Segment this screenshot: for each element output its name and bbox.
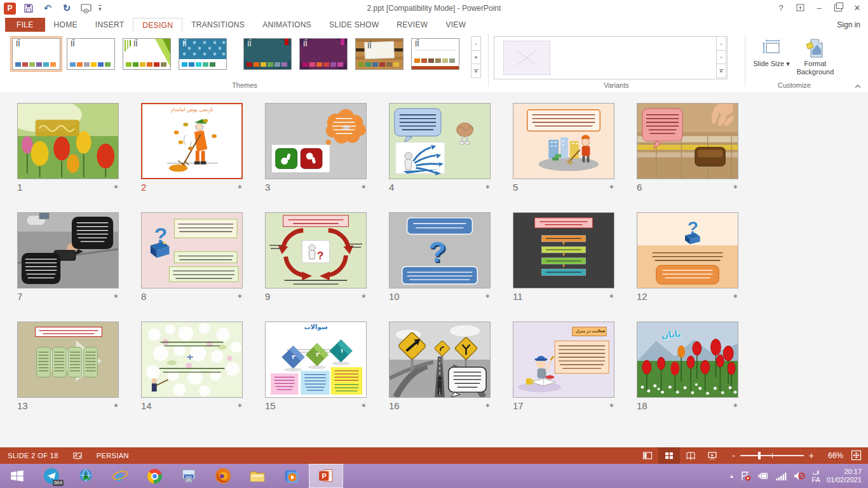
tab-file[interactable]: FILE	[5, 18, 45, 32]
slide-thumbnail-2-selected[interactable]: نارنجی پوش امانتدار	[141, 103, 243, 179]
tab-home[interactable]: HOME	[45, 18, 86, 32]
network-signal-icon[interactable]	[775, 471, 787, 481]
taskbar-firefox-button[interactable]	[206, 464, 240, 488]
slide-thumbnail-10[interactable]: ? ?	[389, 212, 491, 288]
slide-thumbnail-6[interactable]	[637, 103, 738, 179]
slide-thumbnail-17[interactable]: فعالیت در منزل	[513, 322, 614, 398]
power-plug-icon[interactable]	[757, 471, 769, 481]
close-button[interactable]: ✕	[849, 1, 865, 14]
reading-view-button[interactable]	[680, 447, 702, 464]
slide-thumbnail-8[interactable]: ?	[141, 212, 243, 288]
clock[interactable]: 20:17 01/02/2021	[827, 468, 862, 484]
slide-thumbnail-4[interactable]	[389, 103, 491, 179]
slide-thumbnail-3[interactable]	[265, 103, 367, 179]
theme-aa-sample: آا	[247, 39, 252, 48]
slide-thumbnail-16[interactable]	[389, 322, 491, 398]
taskbar-chrome-button[interactable]	[137, 464, 172, 488]
tray-expand-button[interactable]: ▲	[729, 473, 735, 479]
zoom-out-button[interactable]: -	[732, 451, 735, 461]
variants-group-label: Variants	[559, 81, 674, 89]
tab-design[interactable]: DESIGN	[133, 18, 182, 32]
tab-animations[interactable]: ANIMATIONS	[254, 18, 320, 32]
taskbar-powerpoint-button[interactable]: P	[309, 464, 343, 488]
svg-text:?: ?	[428, 236, 446, 268]
slide-thumbnail-14[interactable]	[141, 322, 243, 398]
slide-sorter-view-button[interactable]	[658, 447, 680, 464]
slide-size-button[interactable]: Slide Size ▾	[752, 37, 791, 68]
slide-thumbnail-1[interactable]	[17, 103, 119, 179]
slide-indicator[interactable]: SLIDE 2 OF 18	[8, 452, 58, 459]
theme-integral[interactable]: آا	[177, 36, 229, 72]
variants-scroll-up-button[interactable]: ▲	[716, 36, 726, 51]
slide-thumbnail-13[interactable]	[17, 322, 119, 398]
sign-in-link[interactable]: Sign in	[837, 20, 860, 29]
slide-thumbnail-15[interactable]: سوالات ۱ ۲ ۳	[265, 322, 367, 398]
theme-organic[interactable]: آا	[353, 36, 405, 72]
theme-office[interactable]: آا	[65, 36, 117, 72]
slide-4-art-choices	[390, 104, 490, 179]
slide-number: 16	[389, 400, 400, 411]
themes-gallery: آا آا آا	[9, 36, 470, 78]
slide-thumbnail-7[interactable]	[17, 212, 119, 288]
theme-bottom-bar	[412, 66, 459, 69]
fit-slide-to-window-button[interactable]	[851, 450, 862, 462]
themes-scroll-up-button[interactable]: ▲	[471, 36, 481, 51]
collapse-ribbon-button[interactable]	[854, 80, 862, 92]
spellcheck-icon[interactable]	[72, 451, 83, 461]
media-player-icon	[283, 468, 300, 484]
variants-gallery	[494, 36, 728, 79]
taskbar-internet-explorer-button[interactable]: e	[103, 464, 137, 488]
themes-scroll-down-button[interactable]: ▼	[471, 51, 481, 65]
theme-office-current[interactable]: آا	[10, 36, 62, 72]
slide-number: 11	[513, 291, 523, 302]
theme-retrospect[interactable]: آا	[409, 36, 461, 72]
tab-view[interactable]: VIEW	[437, 18, 475, 32]
restore-button[interactable]	[830, 1, 846, 14]
normal-view-button[interactable]	[637, 447, 658, 464]
animation-star-icon: ✶	[485, 402, 491, 410]
slide-thumbnail-9[interactable]: ?	[265, 212, 367, 288]
theme-facet[interactable]: آا	[121, 36, 173, 72]
slide-thumbnail-5[interactable]	[513, 103, 614, 179]
minimize-button[interactable]: –	[811, 1, 827, 14]
animation-star-icon: ✶	[485, 292, 491, 301]
start-button[interactable]	[0, 464, 34, 488]
help-button[interactable]: ?	[773, 1, 789, 14]
slide-thumbnail-18[interactable]: پایان	[637, 322, 738, 398]
svg-text:P: P	[322, 472, 327, 480]
zoom-slider-thumb[interactable]	[758, 452, 761, 459]
slide-thumbnail-12[interactable]: ?	[637, 212, 738, 288]
slideshow-view-button[interactable]	[702, 447, 723, 464]
variant-item-none[interactable]	[503, 41, 550, 75]
taskbar-idm-button[interactable]	[69, 464, 103, 488]
language-switcher[interactable]: ف FA	[811, 468, 820, 484]
taskbar-telegram-button[interactable]: 564	[34, 464, 69, 488]
theme-ion-boardroom[interactable]: آا	[297, 36, 349, 72]
slide-17-title: فعالیت در منزل	[573, 329, 607, 333]
taskbar-onscreen-keyboard-button[interactable]	[172, 464, 206, 488]
format-background-icon	[806, 38, 825, 58]
tab-insert[interactable]: INSERT	[86, 18, 133, 32]
taskbar-file-explorer-button[interactable]	[240, 464, 275, 488]
zoom-level[interactable]: 66%	[820, 451, 843, 460]
animation-star-icon: ✶	[237, 402, 243, 410]
slide-thumbnail-11[interactable]	[513, 212, 614, 288]
variants-more-button[interactable]: ▼	[716, 64, 726, 78]
format-background-button[interactable]: Format Background	[792, 37, 838, 76]
question-mark-icon: ?	[317, 250, 323, 262]
language-indicator[interactable]: PERSIAN	[97, 452, 129, 459]
variants-scroll-down-button[interactable]: ▼	[716, 51, 726, 65]
tab-transitions[interactable]: TRANSITIONS	[182, 18, 254, 32]
theme-aa-sample: آا	[16, 39, 20, 48]
slide-number: 1	[17, 182, 22, 193]
tab-review[interactable]: REVIEW	[388, 18, 437, 32]
taskbar-media-player-button[interactable]	[275, 464, 309, 488]
action-center-flag-icon[interactable]	[740, 471, 751, 482]
theme-ion[interactable]: آا	[241, 36, 294, 72]
tab-slideshow[interactable]: SLIDE SHOW	[320, 18, 388, 32]
volume-muted-icon[interactable]	[793, 471, 805, 481]
zoom-slider[interactable]	[740, 455, 804, 456]
themes-more-button[interactable]: ▼	[471, 64, 481, 78]
ribbon-display-options-button[interactable]	[792, 1, 808, 14]
zoom-in-button[interactable]: +	[809, 451, 814, 461]
